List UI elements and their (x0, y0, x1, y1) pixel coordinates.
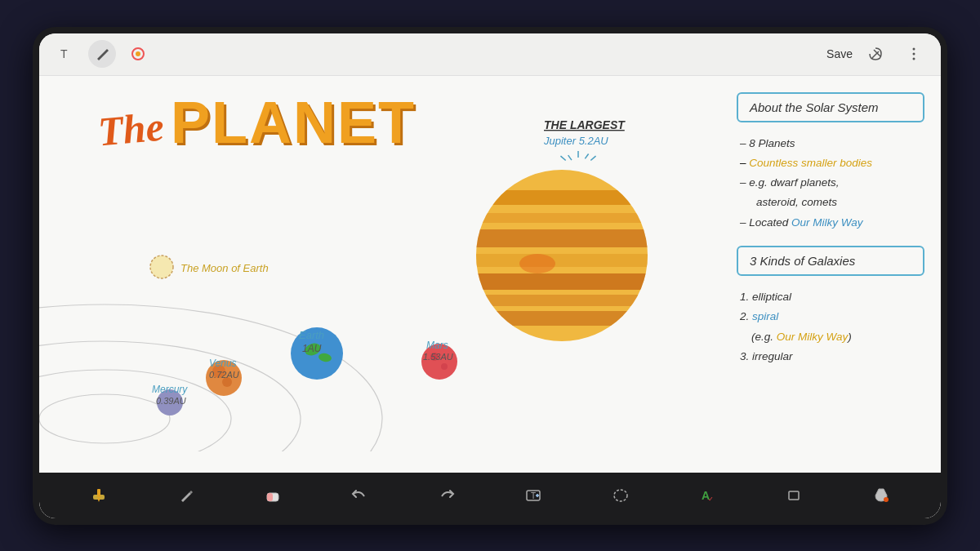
milky-way-text-1: Our Milky Way (791, 216, 863, 229)
svg-text:0.39AU: 0.39AU (156, 396, 186, 406)
solar-system-title: About the Solar System (750, 100, 911, 114)
spell-check-tool[interactable]: A ✓ (693, 481, 722, 510)
svg-rect-48 (97, 489, 100, 497)
text-insert-tool[interactable]: T (519, 481, 548, 510)
svg-marker-49 (97, 498, 100, 502)
spiral-text: spiral (752, 310, 778, 322)
title-the: The (96, 102, 166, 155)
svg-point-38 (150, 256, 173, 278)
tablet-screen: T Save (39, 33, 941, 518)
color-tool-button[interactable] (124, 40, 152, 68)
svg-text:Mars: Mars (426, 340, 448, 351)
svg-text:1.53AU: 1.53AU (423, 352, 453, 362)
bottom-toolbar: T A ✓ (39, 473, 941, 518)
solar-list-item-1: – 8 Planets (740, 134, 921, 153)
svg-text:Jupiter 5.2AU: Jupiter 5.2AU (543, 135, 608, 147)
svg-text:Venus: Venus (209, 358, 237, 369)
pen-tool-button[interactable] (88, 40, 116, 68)
toolbar-right: Save (826, 40, 928, 68)
svg-rect-36 (476, 311, 648, 326)
svg-text:Earth: Earth (299, 329, 324, 341)
toolbar-left: T (52, 40, 152, 68)
solar-list-item-3: – e.g. dwarf planets, (740, 173, 921, 193)
tablet-frame: T Save (33, 27, 947, 525)
galaxies-title: 3 Kinds of Galaxies (750, 254, 911, 268)
svg-point-2 (136, 51, 140, 56)
galaxies-list: 1. elliptical 2. spiral (e.g. Our Milky … (737, 287, 924, 367)
title-planet: PLANET (171, 89, 416, 156)
lasso-tool[interactable] (606, 481, 635, 510)
top-toolbar: T Save (39, 33, 941, 76)
svg-point-5 (913, 58, 915, 60)
svg-text:The Moon of Earth: The Moon of Earth (180, 262, 269, 274)
svg-rect-61 (789, 491, 799, 500)
canvas-area: Mercury 0.39AU Venus 0.72AU Earth 1AU (39, 76, 941, 473)
svg-line-44 (585, 153, 588, 158)
text-tool-button[interactable]: T (52, 40, 80, 68)
svg-text:Mercury: Mercury (152, 384, 188, 395)
fill-tool[interactable] (866, 481, 896, 510)
undo-tool[interactable] (345, 481, 374, 510)
redo-tool[interactable] (432, 481, 461, 510)
solar-system-list: – 8 Planets – Countless smaller bodies –… (737, 134, 924, 233)
svg-line-43 (568, 154, 572, 160)
svg-rect-53 (267, 493, 273, 501)
svg-line-45 (560, 154, 565, 161)
galaxy-list-item-1: 1. elliptical (740, 287, 921, 307)
svg-rect-32 (476, 229, 648, 247)
highlighter-tool[interactable] (84, 481, 114, 510)
svg-text:T: T (60, 47, 68, 60)
svg-point-25 (441, 363, 448, 370)
eraser-tool[interactable] (258, 481, 287, 510)
svg-text:THE LARGEST: THE LARGEST (544, 118, 626, 131)
svg-rect-30 (476, 190, 648, 205)
title-area: The PLANET (98, 89, 416, 156)
galaxy-list-item-2: 2. spiral (740, 307, 921, 327)
more-button[interactable] (900, 40, 928, 68)
svg-rect-31 (476, 213, 648, 223)
svg-point-58 (614, 490, 627, 501)
solar-system-box: About the Solar System (737, 92, 924, 122)
svg-point-6 (39, 394, 170, 443)
svg-line-46 (590, 154, 595, 161)
svg-rect-33 (476, 254, 648, 267)
svg-point-62 (884, 497, 889, 502)
solar-list-item-4: asteroid, comets (740, 193, 921, 212)
svg-text:✓: ✓ (708, 495, 714, 503)
svg-text:T: T (531, 491, 536, 500)
galaxy-list-item-4: 3. irregular (740, 347, 921, 367)
svg-text:0.72AU: 0.72AU (209, 370, 239, 380)
milky-way-text-2: Our Milky Way (777, 331, 849, 343)
solar-list-item-5: – Located Our Milky Way (740, 213, 921, 233)
countless-text: Countless smaller bodies (749, 157, 872, 169)
canvas-content: Mercury 0.39AU Venus 0.72AU Earth 1AU (39, 76, 941, 473)
galaxies-box: 3 Kinds of Galaxies (737, 246, 924, 276)
save-button[interactable]: Save (826, 47, 853, 60)
galaxy-list-item-3: (e.g. Our Milky Way) (740, 327, 921, 347)
svg-text:1AU: 1AU (302, 343, 322, 354)
solar-list-item-2: – Countless smaller bodies (740, 153, 921, 173)
pen-tool[interactable] (172, 481, 201, 510)
svg-point-37 (519, 254, 555, 273)
svg-point-4 (913, 53, 915, 56)
svg-point-3 (913, 48, 915, 51)
info-panel: About the Solar System – 8 Planets – Cou… (737, 92, 924, 367)
shape-tool[interactable] (779, 481, 808, 510)
svg-rect-35 (476, 295, 648, 306)
attach-button[interactable] (862, 40, 890, 68)
svg-rect-34 (476, 273, 648, 290)
